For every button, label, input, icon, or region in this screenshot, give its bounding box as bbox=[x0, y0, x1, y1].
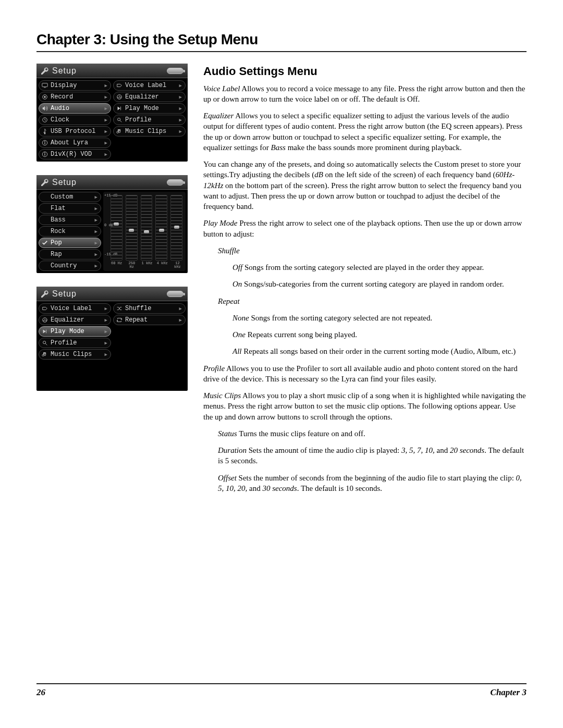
eq-slider[interactable] bbox=[126, 195, 138, 261]
usb-icon bbox=[41, 128, 48, 135]
menu-item-label: Repeat bbox=[125, 316, 177, 324]
menu-item[interactable]: Country▶ bbox=[39, 261, 101, 271]
equalizer-icon bbox=[116, 93, 123, 101]
chevron-right-icon: ▶ bbox=[105, 340, 107, 346]
menu-item[interactable]: Display▶ bbox=[39, 80, 111, 91]
play-mode-paragraph: Play Mode Press the right arrow to selec… bbox=[203, 218, 527, 239]
menu-item[interactable]: Custom▶ bbox=[39, 192, 101, 202]
svg-point-5 bbox=[44, 133, 46, 134]
menu-item[interactable]: Voice Label▶ bbox=[113, 80, 186, 91]
menu-item[interactable]: Repeat▶ bbox=[113, 315, 186, 325]
menu-item-label: Audio bbox=[51, 105, 103, 112]
svg-rect-1 bbox=[44, 87, 45, 88]
menu-item-label: Country bbox=[51, 262, 93, 269]
menu-item-label: Profile bbox=[125, 116, 177, 124]
device-titlebar: Setup bbox=[36, 175, 188, 190]
repeat-icon bbox=[116, 316, 123, 324]
eq-freq-label: 4 kHz bbox=[156, 262, 168, 269]
svg-point-13 bbox=[118, 118, 120, 121]
device-screenshot-equalizer: Setup Custom▶Flat▶Bass▶Rock▶Pop▶Rap▶Coun… bbox=[36, 175, 188, 273]
equalizer-graph: +15 dB 0 dB -15 dB 60 Hz250 Hz1 kHz4 kHz… bbox=[103, 192, 186, 271]
wrench-icon bbox=[41, 290, 49, 298]
presets-paragraph: You can change any of the presets, and d… bbox=[203, 159, 527, 212]
chevron-right-icon: ▶ bbox=[105, 94, 107, 100]
svg-rect-8 bbox=[44, 142, 45, 144]
screenshots-column: Setup Display▶Record▶Audio▶Clock▶USB Pro… bbox=[36, 64, 188, 500]
menu-item-label: Rock bbox=[51, 228, 93, 235]
profile-icon bbox=[116, 116, 123, 124]
menu-item[interactable]: Flat▶ bbox=[39, 203, 101, 214]
chevron-right-icon: ▶ bbox=[105, 329, 107, 335]
menu-item[interactable]: Equalizer▶ bbox=[39, 315, 111, 325]
eq-slider[interactable] bbox=[141, 195, 153, 261]
menu-item-label: Clock bbox=[51, 116, 103, 124]
shuffle-heading: Shuffle bbox=[218, 245, 527, 256]
check-icon bbox=[41, 239, 48, 246]
menu-item-label: Voice Label bbox=[51, 305, 103, 312]
eq-slider[interactable] bbox=[111, 195, 123, 261]
wrench-icon bbox=[41, 178, 49, 187]
menu-item[interactable]: Voice Label▶ bbox=[39, 303, 111, 314]
device-title: Setup bbox=[52, 178, 77, 187]
menu-item[interactable]: Music Clips▶ bbox=[113, 126, 186, 137]
menu-item[interactable]: Play Mode▶ bbox=[39, 326, 111, 337]
display-icon bbox=[41, 82, 48, 89]
menu-item[interactable]: Profile▶ bbox=[39, 338, 111, 348]
eq-slider-knob[interactable] bbox=[114, 223, 119, 226]
record-icon bbox=[41, 93, 48, 101]
menu-item[interactable]: Rap▶ bbox=[39, 249, 101, 260]
chevron-right-icon: ▶ bbox=[105, 140, 107, 146]
chevron-right-icon: ▶ bbox=[105, 317, 107, 323]
menu-item[interactable]: DivX(R) VOD▶ bbox=[39, 149, 111, 159]
voice-label-icon bbox=[116, 82, 123, 89]
menu-item[interactable]: USB Protocol▶ bbox=[39, 126, 111, 137]
eq-slider-knob[interactable] bbox=[159, 229, 164, 232]
chevron-right-icon: ▶ bbox=[179, 306, 182, 312]
chevron-right-icon: ▶ bbox=[95, 252, 97, 257]
chevron-right-icon: ▶ bbox=[179, 129, 182, 134]
menu-item-label: Bass bbox=[51, 216, 93, 224]
menu-item-label: Voice Label bbox=[125, 82, 177, 89]
info-icon bbox=[41, 151, 48, 158]
menu-item[interactable]: Shuffle▶ bbox=[113, 303, 186, 314]
svg-rect-0 bbox=[42, 83, 47, 87]
eq-slider[interactable] bbox=[170, 195, 182, 261]
menu-item[interactable]: Audio▶ bbox=[39, 103, 111, 114]
menu-item[interactable]: Play Mode▶ bbox=[113, 103, 186, 114]
menu-item[interactable]: Equalizer▶ bbox=[113, 92, 186, 102]
shuffle-on: On Songs/sub-categories from the current… bbox=[232, 279, 527, 289]
chevron-right-icon: ▶ bbox=[105, 152, 107, 157]
chevron-right-icon: ▶ bbox=[105, 306, 107, 312]
menu-item[interactable]: Record▶ bbox=[39, 92, 111, 102]
menu-item[interactable]: Profile▶ bbox=[113, 115, 186, 125]
menu-item[interactable]: About Lyra▶ bbox=[39, 138, 111, 148]
menu-item[interactable]: Clock▶ bbox=[39, 115, 111, 125]
profile-icon bbox=[41, 339, 48, 347]
device-screenshot-play-mode: Setup Voice Label▶Equalizer▶Play Mode▶Pr… bbox=[36, 287, 188, 391]
music-clips-paragraph: Music Clips Allows you to play a short m… bbox=[203, 390, 527, 422]
music-clips-icon bbox=[41, 351, 48, 358]
menu-item-label: USB Protocol bbox=[51, 128, 103, 135]
menu-item-label: Display bbox=[51, 82, 103, 89]
profile-paragraph: Profile Allows you to use the Profiler t… bbox=[203, 363, 527, 385]
menu-left: Display▶Record▶Audio▶Clock▶USB Protocol▶… bbox=[39, 80, 111, 159]
menu-left: Voice Label▶Equalizer▶Play Mode▶Profile▶… bbox=[39, 303, 111, 360]
music-clips-icon bbox=[116, 128, 123, 135]
shuffle-off: Off Songs from the sorting category sele… bbox=[232, 262, 527, 273]
eq-slider[interactable] bbox=[155, 195, 167, 261]
menu-item[interactable]: Bass▶ bbox=[39, 215, 101, 225]
eq-slider-knob[interactable] bbox=[129, 229, 134, 232]
menu-item[interactable]: Rock▶ bbox=[39, 226, 101, 237]
menu-item-label: Music Clips bbox=[51, 351, 103, 358]
chevron-right-icon: ▶ bbox=[95, 194, 97, 200]
menu-item[interactable]: Music Clips▶ bbox=[39, 349, 111, 360]
section-title: Audio Settings Menu bbox=[203, 64, 527, 79]
eq-freq-labels: 60 Hz250 Hz1 kHz4 kHz12 kHz bbox=[105, 262, 183, 269]
svg-point-7 bbox=[44, 141, 45, 142]
eq-freq-label: 250 Hz bbox=[126, 262, 138, 269]
eq-slider-knob[interactable] bbox=[174, 226, 179, 229]
chevron-right-icon: ▶ bbox=[179, 94, 182, 100]
menu-item[interactable]: Pop▶ bbox=[39, 238, 101, 248]
repeat-none: None Songs from the sorting category sel… bbox=[232, 313, 527, 323]
eq-slider-knob[interactable] bbox=[144, 230, 149, 233]
